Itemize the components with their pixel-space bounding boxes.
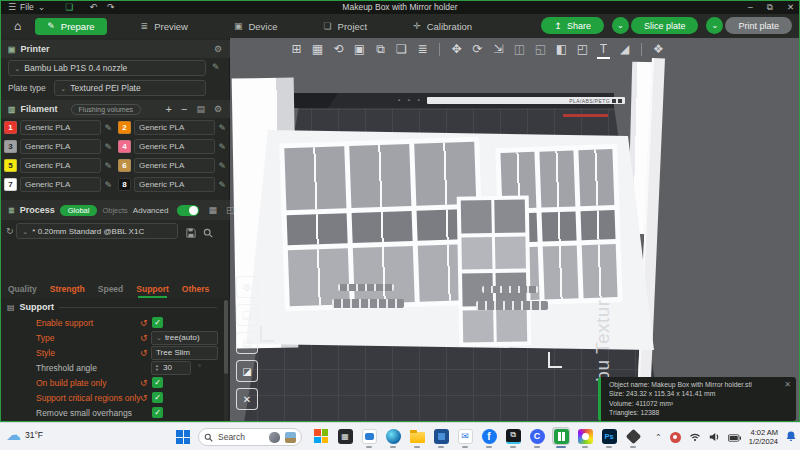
filament-color-swatch[interactable]: 3 [4,140,17,153]
move-icon[interactable]: ✥ [450,41,463,57]
slice-dropdown-button[interactable]: ⌄ [612,17,629,34]
threshold-angle-input[interactable]: ▲▼ 30 [151,361,191,375]
paste-icon[interactable]: ❏ [395,41,408,57]
reset-icon[interactable]: ↺ [140,348,148,358]
clipchamp-icon[interactable]: C [528,427,546,445]
edit-filament-icon[interactable]: ✎ [104,180,112,190]
capcut-icon[interactable]: ⧉ [504,427,522,445]
remove-overhangs-checkbox[interactable]: ✓ [152,407,163,418]
rotate-icon[interactable]: ⟳ [471,41,484,57]
edit-filament-icon[interactable]: ✎ [104,123,112,133]
start-button[interactable] [176,430,190,444]
tray-app-icon[interactable] [670,432,681,443]
gear-icon[interactable]: ⚙ [214,44,222,54]
tab-support[interactable]: Support [136,284,169,294]
add-object-icon[interactable]: ⊞ [290,41,303,57]
mail-app-icon[interactable]: ✉ [456,427,474,445]
widgets-icon[interactable] [312,427,330,445]
filament-name[interactable]: Generic PLA [20,158,101,173]
edit-filament-icon[interactable]: ✎ [218,142,226,152]
add-plate-icon[interactable]: ▦ [311,41,324,57]
color-paint-icon[interactable]: ◢ [618,41,631,57]
weather-widget[interactable]: ☁ 31°F [6,426,43,444]
edit-filament-icon[interactable]: ✎ [218,161,226,171]
arrange-icon[interactable]: ▣ [353,41,366,57]
spinner-icon[interactable]: ▲▼ [155,364,159,371]
edit-printer-icon[interactable]: ✎ [212,62,220,72]
mirror-icon[interactable]: ◫ [513,41,526,57]
scale-icon[interactable]: ⇲ [492,41,505,57]
remove-filament-button[interactable]: − [181,103,187,115]
search-daily-image-icon[interactable] [285,432,296,443]
tab-quality[interactable]: Quality [8,284,37,294]
plate-list-icon[interactable]: ▤ [236,332,258,354]
edit-filament-icon[interactable]: ✎ [218,180,226,190]
reset-icon[interactable]: ↺ [140,378,148,388]
copy-icon[interactable]: ⧉ [374,41,387,57]
reset-icon[interactable]: ↺ [140,318,148,328]
save-preset-icon[interactable] [186,224,196,242]
scope-objects-button[interactable]: Objects [102,206,127,215]
reset-icon[interactable]: ↺ [140,393,148,403]
slice-plate-button[interactable]: Slice plate [631,17,699,34]
file-explorer-icon[interactable] [408,427,426,445]
filament-name[interactable]: Generic PLA [134,158,215,173]
filament-color-swatch[interactable]: 7 [4,178,17,191]
add-filament-button[interactable]: + [166,103,172,115]
plate-arrange-icon[interactable]: ◪ [236,360,258,382]
tray-expand-icon[interactable]: ⌃ [655,433,662,442]
undo-icon[interactable]: ↶ [89,0,97,14]
edit-filament-icon[interactable]: ✎ [104,142,112,152]
restore-button[interactable]: ⧉ [767,2,773,13]
blue-app-icon[interactable] [432,427,450,445]
print-dropdown-button[interactable]: ⌄ [706,17,723,34]
filament-name[interactable]: Generic PLA [20,177,101,192]
photoshop-icon[interactable]: Ps [600,427,618,445]
home-icon[interactable]: ⌂ [14,19,21,33]
minimize-button[interactable]: – [748,2,753,12]
filament-color-swatch[interactable]: 6 [118,159,131,172]
advanced-toggle[interactable] [177,205,199,216]
filament-name[interactable]: Generic PLA [20,120,101,135]
filament-color-swatch[interactable]: 1 [4,121,17,134]
tab-preview[interactable]: ≣ Preview [129,18,200,35]
filament-color-swatch[interactable]: 4 [118,140,131,153]
lay-flat-icon[interactable]: ◱ [534,41,547,57]
tab-prepare[interactable]: ✎ Prepare [35,18,106,35]
split-objects-icon[interactable]: ◧ [555,41,568,57]
support-style-select[interactable]: Tree Slim [151,346,218,360]
text-tool-icon[interactable]: T [597,41,610,57]
tab-others[interactable]: Others [182,284,209,294]
ams-icon[interactable]: ▤ [196,104,205,114]
filament-color-swatch[interactable]: 5 [4,159,17,172]
reset-icon[interactable]: ↺ [140,333,148,343]
tab-calibration[interactable]: ✛ Calibration [401,18,484,35]
edit-filament-icon[interactable]: ✎ [218,123,226,133]
edge-icon[interactable] [384,427,402,445]
flushing-volumes-button[interactable]: Flushing volumes [71,104,141,115]
viewport-3d[interactable]: ▪ ▪ ▪ PLA/ABS/PETG [230,38,800,422]
filament-name[interactable]: Generic PLA [134,177,215,192]
file-menu[interactable]: ☰ File ⌄ [0,0,53,14]
volume-icon[interactable] [709,428,720,446]
bambu-studio-icon[interactable] [552,427,570,445]
split-parts-icon[interactable]: ◰ [576,41,589,57]
redo-icon[interactable]: ↷ [107,0,115,14]
expand-icon[interactable]: ◰ [226,205,235,215]
facebook-icon[interactable]: f [480,427,498,445]
taskbar-clock[interactable]: 4:02 AM 1/2/2024 [749,428,778,447]
on-build-plate-checkbox[interactable]: ✓ [152,377,163,388]
close-icon[interactable]: ✕ [784,380,791,389]
plate-label-icon[interactable]: ❏ [236,304,258,326]
chat-app-icon[interactable] [360,427,378,445]
plate-delete-icon[interactable]: ✕ [236,388,258,410]
support-type-select[interactable]: ⌄ tree(auto) [151,331,218,345]
photos-app-icon[interactable] [576,427,594,445]
taskbar-search[interactable]: Search [198,428,302,446]
inkscape-icon[interactable] [624,427,642,445]
filament-name[interactable]: Generic PLA [20,139,101,154]
param-table-icon[interactable]: ▦ [208,205,217,215]
gear-icon[interactable]: ⚙ [214,104,222,114]
tab-strength[interactable]: Strength [50,284,85,294]
auto-orient-icon[interactable]: ⟲ [332,41,345,57]
